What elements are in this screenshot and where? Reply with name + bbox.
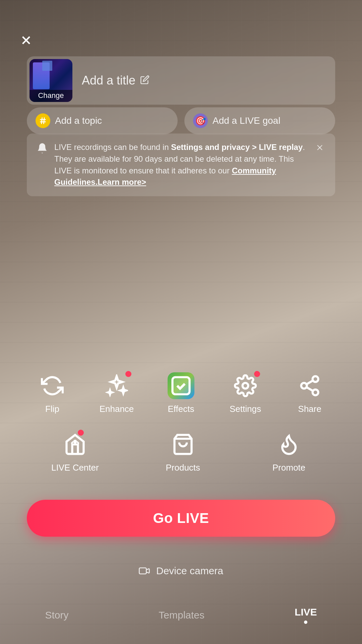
- toolbar-live-center[interactable]: LIVE Center: [51, 431, 99, 473]
- tab-story[interactable]: Story: [45, 609, 68, 621]
- toolbar-promote[interactable]: Promote: [267, 431, 311, 473]
- settings-icon: [232, 372, 259, 399]
- info-bold: Settings and privacy > LIVE replay: [171, 143, 303, 152]
- change-label: Change: [29, 90, 72, 102]
- toolbar-row-1: Flip Enhance: [20, 372, 342, 414]
- tab-live-label: LIVE: [295, 606, 317, 618]
- promote-icon: [276, 431, 302, 458]
- products-label: Products: [166, 463, 200, 473]
- tab-live-dot: [304, 621, 307, 624]
- svg-point-9: [243, 383, 248, 389]
- flip-label: Flip: [45, 404, 59, 414]
- bottom-tabs: Story Templates LIVE: [0, 606, 362, 631]
- enhance-label: Enhance: [100, 404, 134, 414]
- tab-templates-label: Templates: [159, 609, 204, 621]
- svg-line-5: [44, 117, 44, 124]
- enhance-badge: [125, 371, 131, 377]
- flip-icon: [39, 372, 66, 399]
- thumbnail-change[interactable]: Change: [29, 59, 72, 102]
- tab-templates[interactable]: Templates: [159, 609, 204, 621]
- close-button[interactable]: [16, 30, 36, 50]
- toolbar-settings[interactable]: Settings: [224, 372, 267, 414]
- device-camera-label: Device camera: [156, 565, 223, 577]
- live-center-badge: [78, 430, 84, 436]
- toolbar: Flip Enhance: [20, 372, 342, 490]
- info-close-button[interactable]: [314, 142, 326, 155]
- promote-label: Promote: [273, 463, 305, 473]
- add-topic-button[interactable]: Add a topic: [27, 107, 178, 134]
- settings-label: Settings: [230, 404, 261, 414]
- add-goal-button[interactable]: 🎯 Add a LIVE goal: [184, 107, 335, 134]
- toolbar-enhance[interactable]: Enhance: [95, 372, 138, 414]
- go-live-button[interactable]: Go LIVE: [27, 500, 335, 537]
- products-icon: [170, 431, 196, 458]
- svg-line-4: [42, 117, 42, 124]
- svg-point-15: [73, 440, 77, 443]
- topic-row: Add a topic 🎯 Add a LIVE goal: [27, 107, 335, 134]
- svg-point-10: [313, 376, 318, 382]
- camera-icon: [139, 565, 151, 577]
- toolbar-products[interactable]: Products: [161, 431, 205, 473]
- toolbar-share[interactable]: Share: [288, 372, 331, 414]
- title-card: Change Add a title: [27, 56, 335, 105]
- svg-line-14: [306, 380, 313, 384]
- toolbar-flip[interactable]: Flip: [31, 372, 74, 414]
- svg-point-11: [301, 383, 307, 389]
- edit-icon: [140, 75, 149, 86]
- toolbar-row-2: LIVE Center Products: [20, 431, 342, 473]
- svg-rect-8: [173, 377, 190, 394]
- svg-point-12: [313, 389, 318, 395]
- effects-label: Effects: [168, 404, 194, 414]
- info-box: LIVE recordings can be found in Settings…: [27, 133, 335, 196]
- live-center-icon: [62, 431, 88, 458]
- live-center-label: LIVE Center: [51, 463, 99, 473]
- enhance-icon: [103, 372, 130, 399]
- effects-icon: [168, 372, 194, 399]
- share-icon: [296, 372, 323, 399]
- info-text-before: LIVE recordings can be found in: [54, 143, 171, 152]
- title-placeholder: Add a title: [82, 73, 135, 88]
- add-topic-label: Add a topic: [55, 115, 102, 126]
- settings-badge: [254, 371, 260, 377]
- goal-icon: 🎯: [193, 113, 208, 128]
- device-camera-button[interactable]: Device camera: [139, 565, 223, 577]
- go-live-label: Go LIVE: [153, 510, 209, 526]
- hashtag-icon: [36, 113, 50, 128]
- bell-icon: [36, 142, 48, 188]
- toolbar-effects[interactable]: Effects: [159, 372, 203, 414]
- share-label: Share: [298, 404, 321, 414]
- tab-story-label: Story: [45, 609, 68, 621]
- svg-line-13: [306, 387, 313, 391]
- title-input-area[interactable]: Add a title: [75, 73, 335, 88]
- info-text: LIVE recordings can be found in Settings…: [54, 142, 308, 188]
- tab-live[interactable]: LIVE: [295, 606, 317, 624]
- add-goal-label: Add a LIVE goal: [213, 115, 280, 126]
